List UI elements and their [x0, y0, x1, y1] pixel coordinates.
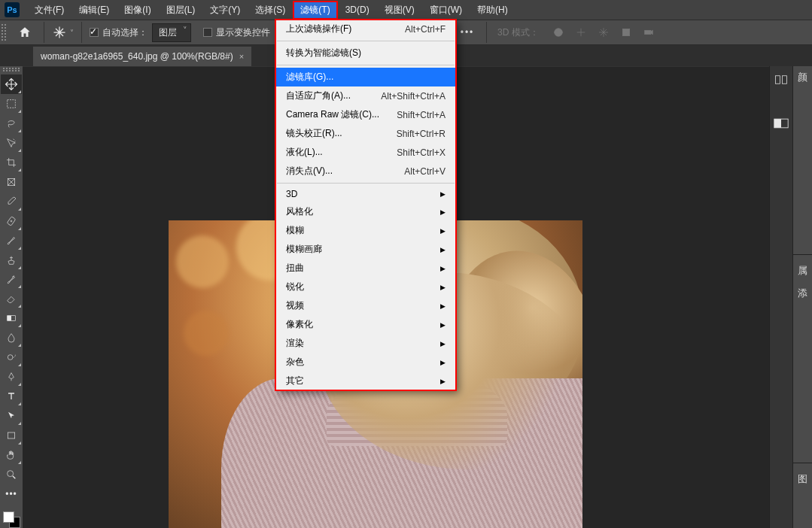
color-swatch[interactable] — [2, 511, 21, 528]
foreground-color-icon — [3, 511, 14, 523]
tool-quick-select[interactable] — [1, 133, 22, 153]
svg-rect-8 — [8, 316, 16, 321]
menu-item[interactable]: 滤镜库(G)... — [275, 68, 456, 86]
menu-item[interactable]: 像素化 — [275, 315, 456, 334]
svg-rect-6 — [8, 178, 14, 185]
menu-file[interactable]: 文件(F) — [27, 1, 71, 20]
panel-dock-collapsed — [769, 66, 792, 528]
svg-rect-11 — [8, 432, 14, 438]
menu-item-shortcut: Shift+Ctrl+A — [397, 110, 446, 120]
panel-toggle-icon[interactable] — [771, 69, 792, 90]
menu-separator — [277, 41, 455, 41]
menu-item[interactable]: 其它 — [275, 372, 456, 390]
menu-image[interactable]: 图像(I) — [117, 1, 158, 20]
tool-eraser[interactable] — [1, 289, 22, 308]
tool-crop[interactable] — [1, 153, 22, 172]
menubar: Ps 文件(F) 编辑(E) 图像(I) 图层(L) 文字(Y) 选择(S) 滤… — [0, 0, 812, 20]
menu-item[interactable]: 模糊 — [275, 221, 456, 240]
tool-eyedropper[interactable] — [1, 192, 22, 211]
menu-item-label: 转换为智能滤镜(S) — [286, 47, 361, 59]
home-button[interactable] — [14, 22, 36, 43]
menu-item-label: 消失点(V)... — [286, 165, 333, 178]
tool-path-select[interactable] — [1, 406, 22, 426]
tool-hand[interactable] — [1, 445, 22, 465]
menu-item-label: 其它 — [286, 375, 304, 387]
svg-rect-3 — [625, 31, 628, 34]
tool-pen[interactable] — [1, 367, 22, 387]
menu-item[interactable]: 杂色 — [275, 353, 456, 372]
svg-rect-4 — [644, 30, 650, 34]
panel-tab-properties[interactable]: 属 — [795, 259, 810, 282]
menu-3d[interactable]: 3D(D) — [338, 2, 377, 18]
tool-dodge[interactable] — [1, 347, 22, 367]
menu-item[interactable]: 消失点(V)...Alt+Ctrl+V — [275, 162, 456, 181]
menu-edit[interactable]: 编辑(E) — [71, 1, 117, 20]
document-tab[interactable]: woman-g82e1a6965_640.jpg @ 100%(RGB/8#) … — [33, 47, 251, 66]
tool-shape[interactable] — [1, 426, 22, 445]
divider — [793, 463, 812, 463]
tool-marquee[interactable] — [1, 94, 22, 114]
menu-window[interactable]: 窗口(W) — [422, 1, 470, 20]
menu-type[interactable]: 文字(Y) — [202, 1, 248, 20]
scale-3d-icon — [620, 26, 632, 38]
divider — [44, 22, 44, 43]
tool-preset[interactable]: ˅ — [52, 25, 74, 40]
menu-item[interactable]: 模糊画廊 — [275, 240, 456, 259]
menu-item[interactable]: 液化(L)...Shift+Ctrl+X — [275, 143, 456, 162]
menu-item[interactable]: 风格化 — [275, 202, 456, 221]
checkbox-off-icon — [203, 28, 212, 37]
tool-clone[interactable] — [1, 250, 22, 270]
show-transform-label: 显示变换控件 — [216, 26, 270, 39]
svg-rect-14 — [783, 76, 787, 84]
svg-point-0 — [554, 29, 562, 37]
menu-item-label: 模糊画廊 — [286, 243, 322, 256]
tool-frame[interactable] — [1, 172, 22, 192]
tool-blur[interactable] — [1, 328, 22, 347]
panel-tab-add[interactable]: 添 — [795, 282, 810, 305]
menu-item-label: 自适应广角(A)... — [286, 90, 351, 102]
menu-item[interactable]: 镜头校正(R)...Shift+Ctrl+R — [275, 124, 456, 143]
menu-item[interactable]: 视频 — [275, 296, 456, 315]
menu-item[interactable]: 渲染 — [275, 334, 456, 353]
menu-help[interactable]: 帮助(H) — [470, 1, 515, 20]
tool-gradient[interactable] — [1, 308, 22, 328]
menu-item[interactable]: 扭曲 — [275, 259, 456, 278]
move-3d-icon — [598, 26, 610, 38]
menu-layer[interactable]: 图层(L) — [159, 1, 203, 20]
menu-view[interactable]: 视图(V) — [377, 1, 422, 20]
menu-item-label: 扭曲 — [286, 262, 304, 275]
tool-healing[interactable] — [1, 211, 22, 231]
menu-item-label: 液化(L)... — [286, 146, 323, 159]
options-grip[interactable] — [2, 24, 6, 41]
auto-select-checkbox[interactable]: 自动选择： — [90, 26, 147, 39]
menu-item[interactable]: 上次滤镜操作(F)Alt+Ctrl+F — [275, 20, 456, 38]
panel-swatch-icon[interactable] — [771, 113, 792, 134]
tool-edit-toolbar[interactable]: ••• — [1, 484, 22, 504]
menu-item-label: 渲染 — [286, 337, 304, 350]
mode-3d-label: 3D 模式： — [497, 26, 539, 39]
tool-history-brush[interactable] — [1, 270, 22, 290]
svg-rect-7 — [7, 216, 16, 226]
panel-tab-layers[interactable]: 图 — [795, 468, 810, 490]
menu-item[interactable]: 锐化 — [275, 278, 456, 296]
menu-select[interactable]: 选择(S) — [248, 1, 293, 20]
menu-item[interactable]: 自适应广角(A)...Alt+Shift+Ctrl+A — [275, 86, 456, 105]
more-options-button[interactable]: ••• — [456, 22, 479, 43]
tool-lasso[interactable] — [1, 114, 22, 133]
tool-zoom[interactable] — [1, 465, 22, 484]
toolbox-grip[interactable] — [3, 68, 20, 71]
menu-item-label: 像素化 — [286, 318, 313, 331]
menu-filter[interactable]: 滤镜(T) — [293, 1, 337, 20]
menu-item[interactable]: 转换为智能滤镜(S) — [275, 44, 456, 62]
tool-move[interactable] — [1, 74, 22, 94]
show-transform-checkbox[interactable]: 显示变换控件 — [203, 26, 270, 39]
menu-item-shortcut: Alt+Ctrl+V — [404, 166, 446, 177]
auto-select-combo[interactable]: 图层 — [152, 23, 191, 42]
menu-item-shortcut: Alt+Ctrl+F — [405, 24, 446, 35]
close-icon[interactable]: × — [239, 52, 244, 61]
menu-item[interactable]: Camera Raw 滤镜(C)...Shift+Ctrl+A — [275, 105, 456, 124]
tool-type[interactable] — [1, 387, 22, 406]
panel-tab-color[interactable]: 颜 — [795, 66, 810, 89]
tool-brush[interactable] — [1, 231, 22, 250]
menu-item[interactable]: 3D — [275, 186, 456, 202]
